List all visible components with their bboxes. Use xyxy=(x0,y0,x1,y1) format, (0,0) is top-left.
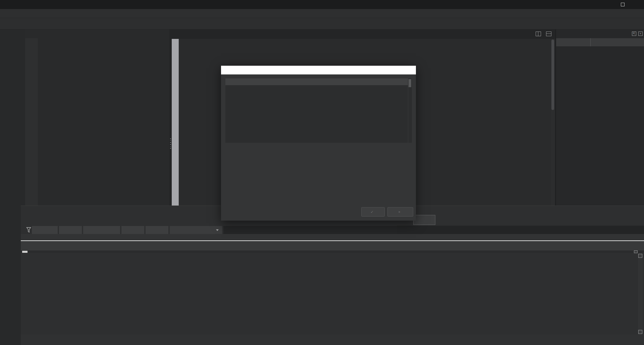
event-list-header xyxy=(225,78,408,85)
minimize-button[interactable] xyxy=(603,1,613,7)
editor-gutter[interactable] xyxy=(172,39,179,206)
view-table-rows xyxy=(556,48,644,206)
tab-valgrind[interactable] xyxy=(413,215,435,225)
chevron-down-icon xyxy=(216,229,219,231)
panel-splitter[interactable] xyxy=(169,30,172,206)
check-icon: ✓ xyxy=(370,210,373,214)
bottom-dock xyxy=(21,206,644,345)
toolbar xyxy=(0,18,644,30)
prev-event-button[interactable] xyxy=(121,226,144,234)
column-divider[interactable] xyxy=(590,38,591,46)
next-event-button[interactable] xyxy=(146,226,168,234)
dialog-title-bar xyxy=(221,66,416,74)
event-search-input[interactable] xyxy=(223,226,397,234)
float-panel-icon[interactable]: ⇱ xyxy=(632,32,636,36)
dialog-list-scrollbar[interactable] xyxy=(408,78,412,143)
cancel-button[interactable]: × xyxy=(387,207,413,217)
dock-footer xyxy=(21,334,644,345)
x-icon: × xyxy=(398,210,400,214)
editor-scrollbar-thumb[interactable] xyxy=(551,40,554,110)
timeline-hscrollbar-thumb[interactable] xyxy=(22,251,28,253)
split-vertical-icon[interactable] xyxy=(536,32,541,36)
dialog-close-icon[interactable] xyxy=(408,67,414,73)
timeline-ruler xyxy=(21,234,644,241)
ok-button[interactable]: ✓ xyxy=(361,207,385,217)
event-filter-dialog: ✓ × xyxy=(221,66,416,221)
dialog-list-scrollbar-thumb[interactable] xyxy=(409,79,411,87)
project-tree xyxy=(38,37,169,206)
zoom-fit-button[interactable] xyxy=(83,226,120,234)
zoom-out-button[interactable] xyxy=(59,226,82,234)
timeline-chart[interactable] xyxy=(21,241,644,250)
split-horizontal-icon[interactable] xyxy=(546,32,551,36)
filter-icon[interactable] xyxy=(26,227,32,233)
event-filter-list xyxy=(225,85,408,143)
maximize-button[interactable] xyxy=(618,1,628,7)
title-bar xyxy=(0,0,644,9)
timeline-hscrollbar[interactable] xyxy=(21,250,644,253)
view-panel: ⇱ × xyxy=(555,30,644,206)
event-table xyxy=(21,253,644,334)
menu-bar xyxy=(0,9,644,18)
event-table-scrollbar[interactable] xyxy=(638,253,643,334)
editor-tab-bar xyxy=(172,30,555,39)
close-button[interactable] xyxy=(632,1,642,7)
timeline-hscrollbar-button[interactable] xyxy=(634,250,638,253)
workspace-panel xyxy=(25,30,169,206)
scroll-down-button[interactable] xyxy=(638,330,642,334)
scroll-up-button[interactable] xyxy=(638,254,642,258)
current-event-strip xyxy=(397,226,644,235)
workspace-side-tabs xyxy=(25,38,38,206)
view-table-header xyxy=(556,38,644,47)
close-panel-icon[interactable]: × xyxy=(638,32,643,36)
sort-dropdown[interactable] xyxy=(170,226,222,234)
zoom-in-button[interactable] xyxy=(32,226,58,234)
splitter-grip-icon xyxy=(170,138,171,149)
